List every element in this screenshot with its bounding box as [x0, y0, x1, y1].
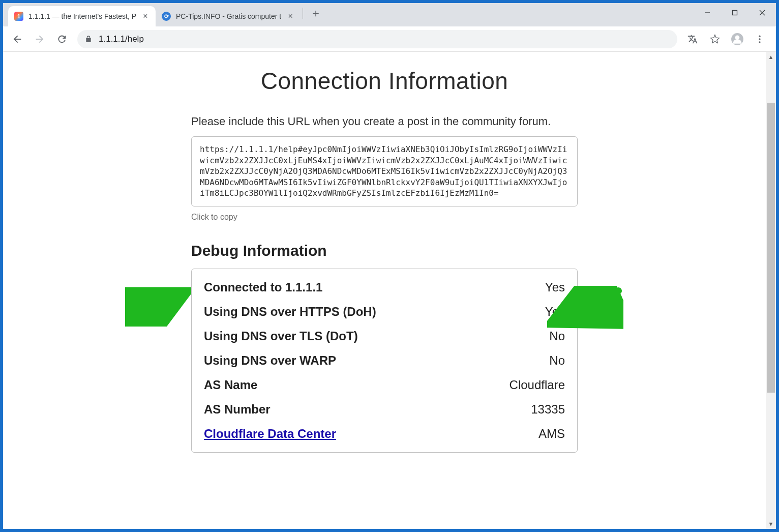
debug-row-value: Cloudflare [510, 378, 565, 392]
tab-divider [303, 8, 303, 19]
minimize-button[interactable] [694, 3, 721, 22]
menu-button[interactable] [750, 29, 770, 49]
close-tab-icon[interactable]: × [286, 12, 294, 20]
viewport: Connection Information Please include th… [3, 52, 776, 529]
favicon-1111-icon: 1 [14, 12, 23, 21]
click-to-copy-hint: Click to copy [191, 213, 578, 222]
star-icon [710, 34, 720, 44]
debug-row-label: Using DNS over HTTPS (DoH) [204, 305, 376, 319]
debug-row: Using DNS over WARPNo [192, 348, 577, 373]
profile-icon [731, 33, 744, 46]
debug-row-value: No [549, 329, 565, 343]
scroll-thumb[interactable] [767, 103, 775, 393]
svg-line-9 [128, 293, 184, 321]
back-button[interactable] [7, 29, 27, 49]
debug-row-label: Using DNS over WARP [204, 353, 336, 368]
toolbar-right-icons [682, 29, 770, 49]
close-window-button[interactable] [748, 3, 776, 22]
tab-strip: 1 1.1.1.1 — the Internet's Fastest, P × … [3, 3, 776, 26]
debug-row-value: Yes [545, 305, 565, 319]
translate-button[interactable] [682, 29, 703, 49]
instruction-text: Please include this URL when you create … [191, 115, 578, 128]
svg-point-6 [759, 35, 760, 37]
reload-icon [56, 34, 68, 45]
vertical-scrollbar[interactable]: ▲ ▼ [766, 52, 776, 529]
profile-button[interactable] [727, 29, 747, 49]
svg-point-7 [759, 38, 760, 40]
window-controls [694, 3, 776, 22]
forward-button[interactable] [29, 29, 50, 49]
bookmark-button[interactable] [705, 29, 725, 49]
url-text: 1.1.1.1/help [99, 34, 144, 44]
chrome-window: 1 1.1.1.1 — the Internet's Fastest, P × … [3, 3, 776, 529]
tab-title: 1.1.1.1 — the Internet's Fastest, P [28, 12, 136, 20]
debug-row: Cloudflare Data CenterAMS [192, 422, 577, 446]
scroll-down-button[interactable]: ▼ [766, 519, 776, 529]
reload-button[interactable] [52, 29, 72, 49]
translate-icon [687, 34, 698, 44]
toolbar: 1.1.1.1/help [3, 26, 776, 52]
debug-row: AS NameCloudflare [192, 373, 577, 397]
favicon-pctips-icon: ⟳ [162, 12, 171, 21]
debug-row-label: AS Number [204, 402, 271, 417]
tab-title: PC-Tips.INFO - Gratis computer t [176, 12, 281, 20]
debug-row-link-label[interactable]: Cloudflare Data Center [204, 427, 336, 441]
debug-table: Connected to 1.1.1.1YesUsing DNS over HT… [191, 269, 578, 453]
debug-row-label: AS Name [204, 378, 257, 392]
annotation-arrow-left [125, 286, 191, 327]
page-body: Connection Information Please include th… [3, 52, 766, 529]
share-url-box[interactable]: https://1.1.1.1/help#eyJpc0NmIjoiWWVzIiw… [191, 136, 578, 206]
debug-row-value: 13335 [531, 402, 565, 417]
svg-rect-1 [733, 11, 737, 15]
debug-heading: Debug Information [191, 242, 578, 259]
debug-row-label: Using DNS over TLS (DoT) [204, 329, 358, 343]
page-title: Connection Information [191, 67, 578, 95]
arrow-left-icon [12, 34, 23, 45]
tab-active[interactable]: 1 1.1.1.1 — the Internet's Fastest, P × [8, 6, 156, 26]
scroll-up-button[interactable]: ▲ [766, 52, 776, 62]
close-tab-icon[interactable]: × [141, 12, 149, 20]
svg-point-5 [735, 35, 740, 40]
kebab-menu-icon [755, 34, 765, 44]
debug-row-value: No [549, 353, 565, 368]
debug-row-label: Connected to 1.1.1.1 [204, 280, 322, 294]
window-frame: 1 1.1.1.1 — the Internet's Fastest, P × … [0, 0, 779, 532]
debug-row-value: AMS [538, 427, 565, 441]
debug-row: Using DNS over HTTPS (DoH)Yes [192, 300, 577, 324]
lock-icon [84, 35, 93, 43]
tab-inactive[interactable]: ⟳ PC-Tips.INFO - Gratis computer t × [156, 6, 301, 26]
debug-row: Connected to 1.1.1.1Yes [192, 275, 577, 300]
new-tab-button[interactable]: ＋ [308, 6, 323, 21]
maximize-button[interactable] [721, 3, 748, 22]
svg-point-8 [759, 41, 760, 43]
debug-row-value: Yes [545, 280, 565, 294]
arrow-right-icon [34, 34, 45, 45]
page-content: Connection Information Please include th… [191, 67, 578, 453]
address-bar[interactable]: 1.1.1.1/help [77, 30, 677, 48]
debug-row: AS Number13335 [192, 397, 577, 422]
debug-row: Using DNS over TLS (DoT)No [192, 324, 577, 348]
